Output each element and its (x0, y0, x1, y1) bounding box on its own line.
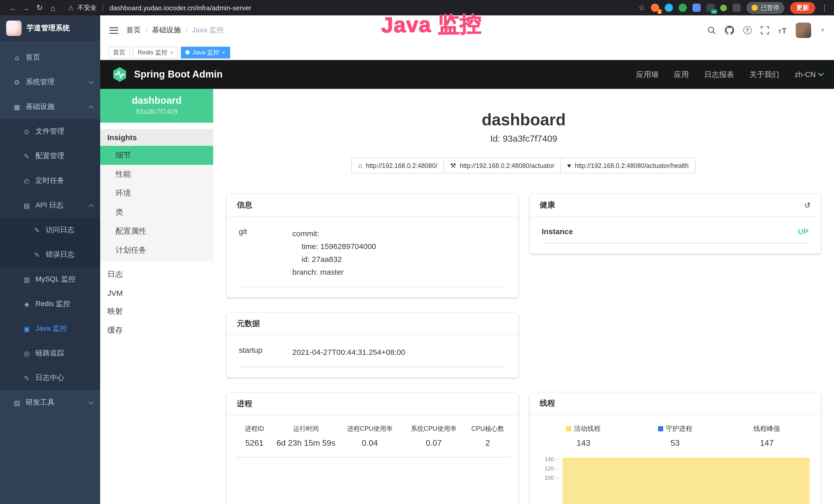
font-size-icon[interactable] (778, 26, 787, 35)
search-icon[interactable] (707, 26, 716, 35)
menu-item-metrics[interactable]: 性能 (100, 165, 213, 184)
instance-name: dashboard (104, 95, 209, 106)
menu-item-jvm[interactable]: JVM (100, 284, 213, 302)
sidebar-item-home[interactable]: 首页 (0, 45, 100, 70)
url-text[interactable]: dashboard.yudao.iocoder.cn/infra/admin-s… (109, 4, 251, 12)
sidebar-item-dev-tools[interactable]: 研发工具 (0, 390, 100, 415)
sba-sidebar: dashboard 93a3fc7f7409 Insights 细节 性能 环境… (100, 89, 213, 504)
card-title: 信息 (237, 200, 252, 210)
service-url-link[interactable]: http://192.168.0.2:48080/ (352, 158, 444, 174)
home-icon[interactable]: ⌂ (46, 3, 60, 12)
chevron-up-icon (89, 105, 94, 110)
menu-item-classes[interactable]: 类 (100, 203, 213, 222)
tab-redis-monitor[interactable]: Redis 监控 × (133, 46, 178, 58)
page-title: dashboard (226, 110, 821, 130)
menu-item-config-props[interactable]: 配置属性 (100, 222, 213, 241)
extension-video-icon[interactable] (679, 4, 687, 12)
sba-nav: 应用墙 应用 日志报表 关于我们 zh-CN (636, 70, 823, 79)
screen: Java 监控 ← → ↻ ⌂ ⚠ 不安全 dashboard.yudao.io… (0, 0, 834, 504)
info-card: 信息 git commit: time: 1596289704000 id: 2… (226, 194, 518, 297)
sidebar-item-java-monitor[interactable]: Java 监控 (0, 316, 100, 341)
sidebar-item-config-manage[interactable]: 配置管理 (0, 144, 100, 168)
sidebar-item-system[interactable]: 系统管理 (0, 70, 100, 94)
sba-content: dashboard Id: 93a3fc7f7409 http://192.16… (213, 89, 834, 504)
tab-java-monitor[interactable]: Java 监控 × (181, 46, 230, 58)
sidebar-item-trace[interactable]: 链路追踪 (0, 341, 100, 366)
extension-drop-icon[interactable] (665, 4, 673, 12)
sidebar-item-file-manage[interactable]: 文件管理 (0, 119, 100, 144)
chevron-up-icon (89, 204, 94, 209)
update-button[interactable]: 更新 (790, 2, 815, 14)
sba-header: Spring Boot Admin 应用墙 应用 日志报表 关于我们 zh-CN (100, 60, 834, 89)
sidebar-item-infrastructure[interactable]: 基础设施 (0, 94, 100, 119)
history-icon[interactable]: ↺ (804, 201, 811, 210)
github-icon[interactable] (725, 26, 734, 35)
user-avatar[interactable] (796, 23, 811, 38)
legend-swatch-live (566, 426, 571, 431)
sidebar-item-redis-monitor[interactable]: Redis 监控 (0, 292, 100, 316)
trace-icon (23, 349, 31, 357)
close-icon[interactable]: × (222, 49, 225, 55)
menu-section-insights: Insights (100, 129, 213, 146)
extension-grid-icon[interactable] (693, 4, 701, 12)
insights-menu: 细节 性能 环境 类 配置属性 计划任务 (100, 146, 213, 261)
redis-icon (23, 300, 31, 308)
sidebar-item-error-log[interactable]: 错误日志 (0, 243, 100, 267)
gear-icon (13, 78, 21, 86)
sba-nav-about[interactable]: 关于我们 (749, 70, 779, 79)
menu-item-caches[interactable]: 缓存 (100, 321, 213, 340)
card-title: 健康 (540, 200, 555, 210)
app-logo[interactable]: 芋道管理系统 (0, 16, 100, 41)
sba-brand[interactable]: Spring Boot Admin (134, 69, 223, 80)
paused-badge[interactable]: 已暂停 (746, 2, 785, 14)
close-icon[interactable]: × (170, 49, 173, 55)
extension-fox-icon[interactable]: 1 (651, 4, 659, 12)
menu-item-mappings[interactable]: 映射 (100, 302, 213, 321)
reload-icon[interactable]: ↻ (33, 3, 46, 12)
breadcrumb-current: Java 监控 (192, 26, 224, 35)
sba-nav-applications[interactable]: 应用 (674, 70, 689, 79)
sidebar-item-mysql-monitor[interactable]: MySQL 监控 (0, 267, 100, 292)
back-icon[interactable]: ← (6, 3, 20, 12)
instance-header[interactable]: dashboard 93a3fc7f7409 (100, 89, 213, 123)
tab-home[interactable]: 首页 (108, 46, 130, 58)
help-icon[interactable] (743, 26, 751, 35)
home-icon (358, 162, 363, 169)
health-card: 健康 ↺ Instance UP (529, 194, 821, 254)
breadcrumb: 首页 / 基础设施 / Java 监控 (126, 26, 224, 35)
extension-leaf-icon[interactable] (720, 4, 727, 11)
config-icon (23, 152, 31, 160)
menu-item-logs[interactable]: 日志 (100, 265, 213, 284)
security-label[interactable]: 不安全 (77, 3, 96, 12)
breadcrumb-infra[interactable]: 基础设施 (152, 26, 181, 35)
api-log-icon (23, 202, 31, 209)
sba-nav-wall[interactable]: 应用墙 (636, 70, 659, 79)
language-selector[interactable]: zh-CN (795, 70, 823, 78)
fullscreen-icon[interactable] (761, 26, 769, 35)
forward-icon[interactable]: → (20, 3, 33, 12)
caret-down-icon[interactable]: ▼ (820, 28, 825, 33)
bookmark-star-icon[interactable]: ☆ (638, 3, 645, 12)
main-header: 首页 / 基础设施 / Java 监控 ▼ (100, 16, 834, 45)
menu-item-environment[interactable]: 环境 (100, 184, 213, 203)
browser-menu-icon[interactable]: ⋮ (821, 4, 828, 12)
extension-puzzle-icon[interactable] (732, 4, 741, 12)
hamburger-icon[interactable] (109, 27, 118, 33)
sidebar-item-access-log[interactable]: 访问日志 (0, 218, 100, 243)
threads-chart: 140 120 100 (537, 457, 813, 504)
sidebar-item-scheduled-task[interactable]: 定时任务 (0, 168, 100, 193)
card-title: 元数据 (237, 319, 260, 329)
breadcrumb-home[interactable]: 首页 (126, 26, 141, 35)
menu-item-scheduled-tasks[interactable]: 计划任务 (100, 241, 213, 260)
address-bar[interactable]: ⚠ 不安全 dashboard.yudao.iocoder.cn/infra/a… (68, 3, 251, 12)
health-url-link[interactable]: http://192.168.0.2:48080/actuator/health (561, 158, 695, 174)
sba-nav-journal[interactable]: 日志报表 (704, 70, 734, 79)
menu-item-details[interactable]: 细节 (100, 146, 213, 165)
sidebar-menu: 首页 系统管理 基础设施 文件管理 配置管理 (0, 41, 100, 415)
sidebar-item-api-log[interactable]: API 日志 (0, 193, 100, 218)
sidebar-item-log-center[interactable]: 日志中心 (0, 366, 100, 390)
process-card: 进程 进程ID5261 运行时间6d 23h 15m 59s 进程CPU使用率0… (226, 393, 518, 504)
actuator-url-link[interactable]: http://192.168.0.2:48080/actuator (444, 158, 561, 174)
home-icon (13, 54, 21, 61)
extension-switch-icon[interactable]: on (706, 4, 715, 12)
